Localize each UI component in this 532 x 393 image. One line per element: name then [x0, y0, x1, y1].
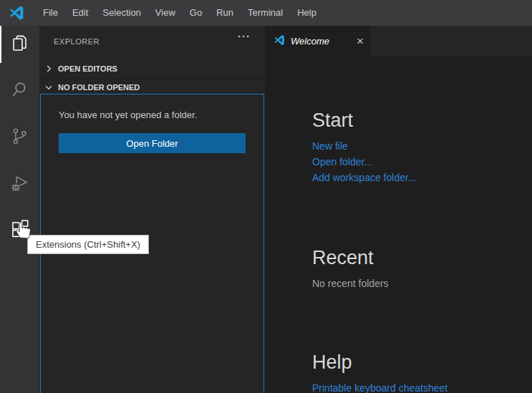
extensions-tooltip: Extensions (Ctrl+Shift+X) [27, 235, 149, 254]
activity-item-explorer[interactable] [0, 26, 39, 63]
tab-welcome[interactable]: Welcome × [265, 26, 371, 57]
new-file-link[interactable]: New file [312, 138, 417, 154]
no-folder-message: You have not yet opened a folder. [59, 110, 246, 120]
start-section: Start New file Open folder... Add worksp… [312, 110, 417, 185]
help-section: Help Printable keyboard cheatsheet [312, 351, 448, 393]
title-bar: File Edit Selection View Go Run Terminal… [0, 0, 532, 26]
menu-terminal[interactable]: Terminal [241, 0, 290, 26]
help-heading: Help [312, 351, 448, 374]
sidebar-title: EXPLORER [54, 37, 100, 46]
open-folder-button[interactable]: Open Folder [59, 133, 246, 153]
keyboard-cheatsheet-link[interactable]: Printable keyboard cheatsheet [312, 380, 448, 393]
activity-item-source-control[interactable] [0, 119, 39, 156]
section-label: NO FOLDER OPENED [58, 83, 140, 92]
activity-item-run-debug[interactable] [0, 165, 39, 203]
activity-bar [0, 26, 39, 393]
start-heading: Start [312, 110, 417, 132]
menu-run[interactable]: Run [209, 0, 241, 26]
section-label: OPEN EDITORS [58, 64, 117, 73]
more-actions-icon[interactable]: ··· [238, 30, 251, 42]
extensions-icon [10, 220, 29, 241]
recent-heading: Recent [312, 247, 389, 269]
menu-go[interactable]: Go [183, 0, 209, 26]
workbench: EXPLORER ··· OPEN EDITORS NO FOLDER OPEN… [0, 26, 532, 393]
source-control-icon [10, 127, 29, 148]
add-workspace-folder-link[interactable]: Add workspace folder... [312, 170, 417, 185]
close-icon[interactable]: × [357, 35, 364, 47]
explorer-sidebar: EXPLORER ··· OPEN EDITORS NO FOLDER OPEN… [39, 26, 265, 393]
vscode-window: File Edit Selection View Go Run Terminal… [0, 0, 532, 393]
section-header-open-editors[interactable]: OPEN EDITORS [39, 61, 265, 77]
menu-selection[interactable]: Selection [95, 0, 147, 26]
search-icon [10, 80, 29, 102]
chevron-right-icon [44, 64, 54, 74]
tab-bar: Welcome × [265, 26, 532, 57]
editor-group: Welcome × Start New file Open folder... … [265, 26, 532, 393]
vscode-logo-icon [9, 5, 24, 21]
chevron-down-icon [44, 82, 54, 92]
menu-view[interactable]: View [148, 0, 183, 26]
menu-help[interactable]: Help [290, 0, 324, 26]
recent-section: Recent No recent folders [312, 247, 389, 291]
menu-file[interactable]: File [36, 0, 65, 26]
run-debug-icon [10, 173, 29, 195]
no-recent-folders-text: No recent folders [312, 276, 389, 291]
files-icon [11, 34, 29, 55]
section-header-no-folder-opened[interactable]: NO FOLDER OPENED [39, 78, 265, 95]
menu-edit[interactable]: Edit [65, 0, 95, 26]
open-folder-link[interactable]: Open folder... [312, 154, 417, 170]
welcome-page: Start New file Open folder... Add worksp… [265, 57, 532, 393]
activity-item-search[interactable] [0, 72, 39, 110]
vscode-logo-icon [274, 34, 285, 48]
tab-label: Welcome [291, 36, 329, 47]
